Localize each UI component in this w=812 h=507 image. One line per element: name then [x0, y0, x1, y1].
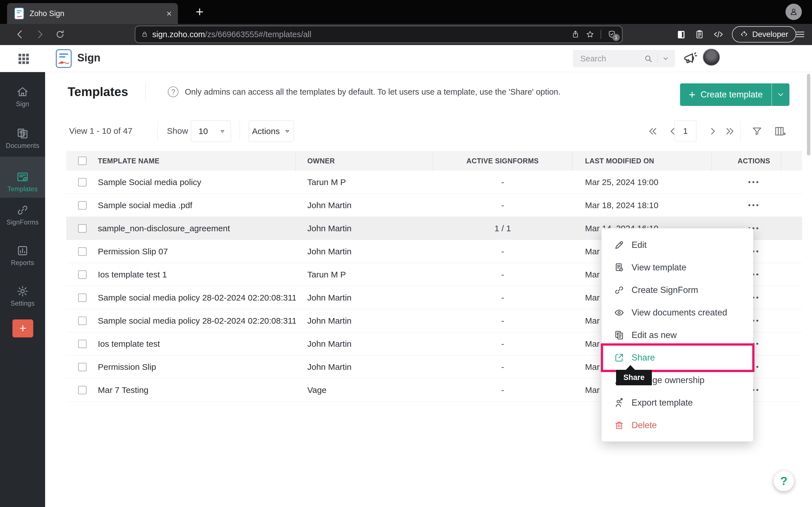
- row-checkbox[interactable]: [78, 178, 87, 186]
- template-name[interactable]: Permission Slip: [98, 362, 156, 372]
- row-more-icon[interactable]: •••: [748, 201, 760, 210]
- menu-item-edit[interactable]: Edit: [602, 234, 753, 256]
- sidebar-item-sign[interactable]: Sign: [0, 86, 45, 108]
- page-number-box[interactable]: 1: [674, 121, 696, 142]
- table-row[interactable]: Sample social media .pdf John Martin - M…: [66, 194, 802, 217]
- bulk-actions-dropdown[interactable]: Actions: [249, 121, 294, 142]
- owner: John Martin: [296, 355, 433, 378]
- back-icon[interactable]: [15, 29, 26, 40]
- clipboard-icon[interactable]: [694, 29, 705, 40]
- developer-button[interactable]: Developer: [732, 26, 796, 43]
- menu-item-view-documents-created[interactable]: View documents created: [602, 301, 753, 324]
- create-template-button[interactable]: + Create template: [680, 83, 790, 106]
- active-signforms: -: [433, 240, 572, 263]
- menu-item-export-template[interactable]: Export template: [602, 392, 753, 414]
- row-checkbox[interactable]: [78, 317, 87, 325]
- row-checkbox[interactable]: [78, 247, 87, 256]
- template-name[interactable]: Sample social media policy 28-02-2024 02…: [98, 293, 296, 302]
- active-signforms: -: [433, 171, 572, 193]
- menu-item-create-signform[interactable]: Create SignForm: [602, 279, 753, 301]
- next-page-icon[interactable]: [707, 126, 718, 137]
- menu-item-delete[interactable]: Delete: [602, 414, 753, 437]
- close-tab-icon[interactable]: ×: [166, 9, 172, 18]
- browser-profile-icon[interactable]: [785, 4, 802, 20]
- template-name[interactable]: Sample Social media policy: [98, 177, 201, 187]
- create-template-caret[interactable]: [772, 91, 790, 99]
- sidebar-item-label: Templates: [0, 185, 45, 193]
- owner: John Martin: [296, 194, 433, 217]
- urlbar-divider: [601, 30, 601, 39]
- row-checkbox[interactable]: [78, 270, 87, 279]
- row-checkbox[interactable]: [78, 224, 87, 233]
- row-actions-context-menu: Edit View template Create SignForm View …: [601, 228, 753, 442]
- sidebar-item-reports[interactable]: Reports: [0, 244, 45, 267]
- privacy-shield-icon[interactable]: 1: [607, 30, 616, 39]
- browser-tab[interactable]: Zoho Sign ×: [7, 3, 178, 24]
- code-icon[interactable]: [713, 29, 724, 40]
- sidebar-item-templates[interactable]: Templates: [0, 171, 45, 193]
- select-all-checkbox[interactable]: [78, 157, 87, 165]
- browser-tab-bar: Zoho Sign × +: [0, 0, 812, 24]
- controls-divider: [157, 122, 158, 141]
- user-avatar[interactable]: [703, 48, 720, 66]
- app-launcher-icon[interactable]: [17, 52, 30, 65]
- template-name[interactable]: Permission Slip 07: [98, 247, 168, 256]
- row-checkbox[interactable]: [78, 201, 87, 210]
- search-icon[interactable]: [644, 54, 653, 63]
- row-checkbox[interactable]: [78, 340, 87, 348]
- header-active-signforms[interactable]: ACTIVE SIGNFORMS: [433, 151, 572, 171]
- sidebar-item-signforms[interactable]: SignForms: [0, 204, 45, 226]
- active-signforms: -: [433, 332, 572, 355]
- url-bar[interactable]: sign.zoho.com/zs/669663555#/templates/al…: [135, 25, 622, 43]
- help-button[interactable]: ?: [774, 471, 794, 491]
- template-name[interactable]: Sample social media policy 28-02-2024 02…: [98, 316, 296, 326]
- link-icon: [16, 204, 29, 216]
- search-box[interactable]: [573, 50, 675, 67]
- menu-item-view-template[interactable]: View template: [602, 256, 753, 279]
- forward-icon[interactable]: [35, 29, 45, 40]
- quick-add-button[interactable]: +: [12, 320, 33, 337]
- header-template-name[interactable]: TEMPLATE NAME: [66, 151, 296, 171]
- header-owner[interactable]: OWNER: [296, 151, 433, 171]
- template-name[interactable]: Ios template test 1: [98, 270, 167, 279]
- link-icon: [614, 285, 624, 295]
- menu-item-share[interactable]: Share: [602, 346, 753, 369]
- new-tab-button[interactable]: +: [196, 5, 204, 18]
- scrollbar-thumb[interactable]: [807, 74, 810, 156]
- table-row[interactable]: Sample Social media policy Tarun M P - M…: [66, 171, 802, 194]
- menu-item-edit-as-new[interactable]: Edit as new: [602, 324, 753, 346]
- first-page-icon[interactable]: [647, 126, 659, 137]
- filter-icon[interactable]: [751, 126, 763, 137]
- reload-icon[interactable]: [55, 30, 65, 39]
- template-name[interactable]: Sample social media .pdf: [98, 201, 192, 210]
- active-signforms: -: [433, 263, 572, 286]
- search-scope-chevron-icon[interactable]: [662, 55, 669, 62]
- announcements-icon[interactable]: [682, 51, 698, 66]
- search-input[interactable]: [580, 54, 639, 63]
- row-checkbox[interactable]: [78, 363, 87, 371]
- last-page-icon[interactable]: [724, 126, 735, 137]
- row-more-icon[interactable]: •••: [748, 178, 760, 186]
- manage-columns-icon[interactable]: [774, 126, 786, 137]
- sidebar-item-label: Settings: [0, 300, 45, 307]
- template-name[interactable]: Ios template test: [98, 339, 160, 349]
- sidebar-item-documents[interactable]: Documents: [0, 127, 45, 150]
- share-page-icon[interactable]: [571, 30, 580, 39]
- row-checkbox[interactable]: [78, 386, 87, 394]
- last-modified: Mar 25, 2024 19:00: [572, 171, 712, 193]
- show-label: Show: [167, 126, 188, 136]
- zoho-sign-favicon: [14, 8, 24, 19]
- app-name: Sign: [77, 52, 100, 64]
- row-checkbox[interactable]: [78, 293, 87, 302]
- template-name[interactable]: sample_non-disclosure_agreement: [98, 224, 230, 233]
- bookmark-star-icon[interactable]: [586, 30, 594, 39]
- sidebar-panel-icon[interactable]: [675, 29, 687, 41]
- hamburger-menu-icon[interactable]: [795, 29, 806, 40]
- page-size-select[interactable]: 10: [191, 121, 231, 142]
- trash-icon: [614, 420, 624, 431]
- owner: John Martin: [296, 286, 433, 309]
- header-last-modified[interactable]: LAST MODIFIED ON: [572, 151, 712, 171]
- sidebar-item-settings[interactable]: Settings: [0, 285, 45, 307]
- template-name[interactable]: Mar 7 Testing: [98, 385, 149, 395]
- create-template-label: Create template: [700, 90, 763, 100]
